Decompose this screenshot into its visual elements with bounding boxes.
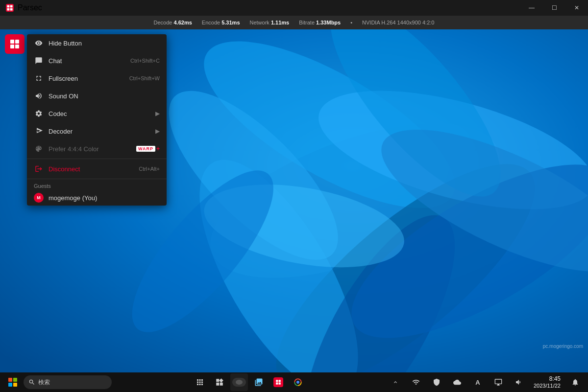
parsec-overlay-button[interactable] xyxy=(5,34,24,54)
bitrate-stat: Bitrate 1.33Mbps xyxy=(299,20,341,25)
svg-rect-19 xyxy=(10,45,14,48)
hide-button-label: Hide Button xyxy=(49,40,160,47)
chat-icon xyxy=(34,56,44,66)
shield-icon xyxy=(433,378,441,386)
svg-rect-1 xyxy=(10,5,13,7)
svg-rect-23 xyxy=(279,380,281,382)
display-tray[interactable] xyxy=(490,373,507,391)
prefer-color-label: Prefer 4:4:4 Color xyxy=(49,145,136,153)
title-bar: Parsec — ☐ ✕ xyxy=(0,0,588,16)
network-icon xyxy=(412,378,420,386)
decoder-arrow: ▶ xyxy=(155,128,160,135)
menu-item-disconnect[interactable]: Disconnect Ctrl+Alt+ xyxy=(27,160,167,178)
svg-rect-18 xyxy=(15,40,19,44)
widgets-icon xyxy=(215,378,224,387)
tray-chevron[interactable] xyxy=(387,373,404,391)
eye-icon xyxy=(34,38,44,48)
volume-icon xyxy=(515,378,523,386)
main-area: Hide Button Chat Ctrl+Shift+C Fullscreen… xyxy=(0,29,588,372)
fullscreen-icon xyxy=(34,73,44,83)
decoder-icon xyxy=(34,126,44,136)
decode-stat: Decode 4.62ms xyxy=(154,20,192,25)
parsec-taskbar-icon xyxy=(273,377,283,387)
menu-item-hide-button[interactable]: Hide Button xyxy=(27,34,167,52)
codec-label: Codec xyxy=(49,110,155,117)
windows-start-button[interactable] xyxy=(4,373,22,391)
color-icon xyxy=(34,144,44,154)
svg-point-26 xyxy=(296,381,299,384)
taskbar-left: 検索 xyxy=(0,373,116,391)
clock-time: 8:45 xyxy=(534,375,561,382)
clock-area[interactable]: 8:45 2023/11/22 xyxy=(531,373,564,391)
search-icon xyxy=(28,379,35,386)
chevron-up-icon xyxy=(392,379,398,385)
warp-badge: WARP xyxy=(136,146,155,152)
dark-oval-icon xyxy=(232,378,246,387)
volume-tray[interactable] xyxy=(510,373,528,391)
bell-icon xyxy=(571,378,579,386)
taskbar-app-1[interactable] xyxy=(230,373,248,391)
taskview-button[interactable] xyxy=(191,373,209,391)
close-button[interactable]: ✕ xyxy=(565,0,588,16)
chat-label: Chat xyxy=(49,57,130,65)
menu-divider xyxy=(27,159,167,159)
app-icon xyxy=(6,4,14,12)
stats-separator: • xyxy=(350,20,352,25)
gallery-button[interactable] xyxy=(250,373,268,391)
minimize-button[interactable]: — xyxy=(520,0,543,16)
svg-rect-24 xyxy=(276,383,278,385)
guest-item: M mogemoge (You) xyxy=(27,190,167,206)
disconnect-icon xyxy=(34,164,44,174)
parsec-taskbar-button[interactable] xyxy=(270,373,287,391)
svg-point-21 xyxy=(236,380,243,385)
guest-name: mogemoge (You) xyxy=(49,194,97,202)
taskbar-search[interactable]: 検索 xyxy=(24,375,112,389)
clock-date: 2023/11/22 xyxy=(534,383,561,389)
fullscreen-shortcut: Ctrl+Shift+W xyxy=(129,75,160,81)
font-tray[interactable]: A xyxy=(469,373,487,391)
title-bar-controls: — ☐ ✕ xyxy=(520,0,588,16)
svg-rect-3 xyxy=(10,8,13,11)
fullscreen-label: Fullscreen xyxy=(49,75,129,82)
stats-bar: Decode 4.62ms Encode 5.31ms Network 1.11… xyxy=(0,16,588,29)
menu-item-prefer-color[interactable]: Prefer 4:4:4 Color WARP + xyxy=(27,140,167,158)
codec-info: NVIDIA H.264 1440x900 4:2:0 xyxy=(362,20,434,25)
security-tray[interactable] xyxy=(428,373,445,391)
windows-logo xyxy=(8,378,17,387)
font-a-icon: A xyxy=(475,379,480,386)
taskbar-right: A 8:45 2023/11/22 xyxy=(383,373,588,391)
menu-item-sound[interactable]: Sound ON xyxy=(27,87,167,105)
taskview-icon xyxy=(196,378,204,387)
cloud-tray[interactable] xyxy=(448,373,466,391)
guests-section-label: Guests xyxy=(27,180,167,190)
search-text: 検索 xyxy=(38,378,50,387)
watermark: pc.mogeringo.com xyxy=(543,344,583,349)
gallery-icon xyxy=(254,378,263,387)
maximize-button[interactable]: ☐ xyxy=(543,0,565,16)
encode-stat: Encode 5.31ms xyxy=(202,20,240,25)
sound-label: Sound ON xyxy=(49,92,160,100)
warp-plus: + xyxy=(156,145,160,152)
menu-item-decoder[interactable]: Decoder ▶ xyxy=(27,122,167,140)
svg-rect-0 xyxy=(7,5,9,7)
widgets-button[interactable] xyxy=(211,373,228,391)
chrome-button[interactable] xyxy=(289,373,307,391)
svg-rect-22 xyxy=(276,380,278,382)
app-title: Parsec xyxy=(18,3,42,12)
svg-rect-2 xyxy=(7,8,9,11)
chrome-icon xyxy=(294,378,302,387)
sound-icon xyxy=(34,91,44,101)
network-tray[interactable] xyxy=(407,373,425,391)
svg-rect-25 xyxy=(279,383,281,385)
menu-item-chat[interactable]: Chat Ctrl+Shift+C xyxy=(27,52,167,69)
context-menu: Hide Button Chat Ctrl+Shift+C Fullscreen… xyxy=(27,34,167,206)
menu-item-codec[interactable]: Codec ▶ xyxy=(27,105,167,122)
taskbar: 検索 xyxy=(0,372,588,392)
taskbar-center xyxy=(116,373,383,391)
clock: 8:45 2023/11/22 xyxy=(534,375,561,389)
network-stat: Network 1.11ms xyxy=(250,20,290,25)
svg-rect-20 xyxy=(15,45,19,48)
menu-item-fullscreen[interactable]: Fullscreen Ctrl+Shift+W xyxy=(27,69,167,87)
notification-button[interactable] xyxy=(566,373,584,391)
svg-rect-17 xyxy=(10,40,14,44)
